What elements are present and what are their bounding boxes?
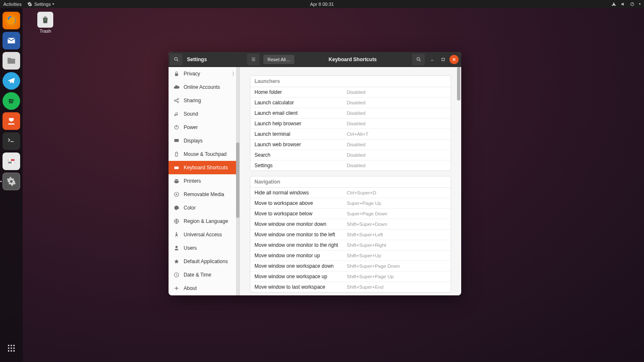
app-menu-button[interactable]: Settings ▾ xyxy=(27,2,54,7)
dock-terminal[interactable] xyxy=(3,132,20,150)
printer-icon xyxy=(174,178,179,184)
sidebar-item-privacy[interactable]: Privacy⟩ xyxy=(169,67,239,80)
dock-thunderbird[interactable] xyxy=(3,32,20,49)
sidebar-item-label: Displays xyxy=(184,138,203,144)
shortcut-row[interactable]: Launch help browserDisabled xyxy=(250,119,451,129)
shortcut-value: Disabled xyxy=(347,100,366,105)
sidebar-item-mouse-touchpad[interactable]: Mouse & Touchpad xyxy=(169,147,239,161)
chevron-down-icon[interactable]: ▾ xyxy=(639,2,641,6)
shortcut-label: Move window one monitor to the left xyxy=(254,232,347,238)
shortcut-value: Super+Page Up xyxy=(347,201,381,206)
trash-icon xyxy=(37,12,53,28)
clock-icon xyxy=(174,272,179,278)
sidebar-item-sound[interactable]: Sound xyxy=(169,107,239,121)
sidebar-item-universal-access[interactable]: Universal Access xyxy=(169,228,239,241)
shortcut-row[interactable]: Hide all normal windowsCtrl+Super+D xyxy=(250,188,451,198)
svg-point-12 xyxy=(8,347,10,349)
shortcut-row[interactable]: Home folderDisabled xyxy=(250,87,451,98)
sidebar-item-date-time[interactable]: Date & Time xyxy=(169,268,239,282)
dock-software[interactable] xyxy=(3,112,20,130)
shortcut-label: Move window one workspace down xyxy=(254,263,347,269)
sidebar-item-displays[interactable]: Displays xyxy=(169,134,239,147)
desktop-trash[interactable]: Trash xyxy=(33,12,58,34)
svg-point-19 xyxy=(417,57,420,60)
svg-rect-27 xyxy=(174,166,179,169)
music-icon xyxy=(174,111,179,117)
sidebar-scrollbar[interactable] xyxy=(236,67,239,295)
svg-point-11 xyxy=(13,345,15,346)
shortcut-row[interactable]: Move window one monitor to the leftShift… xyxy=(250,230,451,240)
sidebar-item-online-accounts[interactable]: Online Accounts xyxy=(169,80,239,94)
sidebar-scrollbar-thumb[interactable] xyxy=(236,142,239,218)
sidebar-item-about[interactable]: About xyxy=(169,282,239,295)
dock-spotify[interactable] xyxy=(3,92,20,110)
app-menu-label: Settings xyxy=(34,2,51,7)
shortcut-label: Launch web browser xyxy=(254,142,347,147)
sidebar-item-color[interactable]: Color xyxy=(169,201,239,215)
shortcut-row[interactable]: Move window one monitor downShift+Super+… xyxy=(250,219,451,230)
window-minimize-button[interactable] xyxy=(428,55,437,64)
shortcut-row[interactable]: Launch calculatorDisabled xyxy=(250,98,451,108)
trash-label: Trash xyxy=(39,28,51,34)
dock-show-apps[interactable] xyxy=(3,339,20,357)
reset-all-button[interactable]: Reset All… xyxy=(263,55,294,64)
power-icon xyxy=(174,124,179,130)
sidebar-search-button[interactable] xyxy=(170,54,182,65)
shortcut-row[interactable]: Move window to last workspaceShift+Super… xyxy=(250,282,451,292)
sidebar-item-label: Power xyxy=(184,124,198,130)
shortcut-row[interactable]: Move to workspace aboveSuper+Page Up xyxy=(250,198,451,209)
svg-point-17 xyxy=(13,350,15,352)
shortcut-row[interactable]: SettingsDisabled xyxy=(250,160,451,171)
window-maximize-button[interactable] xyxy=(439,55,448,64)
sidebar-item-label: Sound xyxy=(184,111,198,117)
shortcut-value: Disabled xyxy=(347,121,366,126)
activities-button[interactable]: Activities xyxy=(3,2,21,7)
sidebar-item-power[interactable]: Power xyxy=(169,121,239,134)
sidebar-item-region-language[interactable]: Region & Language xyxy=(169,215,239,228)
dock-tweaks[interactable] xyxy=(3,153,20,170)
power-icon[interactable] xyxy=(630,2,635,7)
dock-files[interactable] xyxy=(3,52,20,70)
svg-point-18 xyxy=(174,57,177,60)
sidebar-item-default-applications[interactable]: Default Applications xyxy=(169,255,239,268)
keyboard-icon xyxy=(174,165,179,171)
shortcut-row[interactable]: SearchDisabled xyxy=(250,150,451,160)
shortcut-row[interactable]: Launch terminalCtrl+Alt+T xyxy=(250,129,451,140)
svg-point-31 xyxy=(176,232,177,233)
dock-settings[interactable] xyxy=(3,173,20,190)
sidebar-item-printers[interactable]: Printers xyxy=(169,174,239,188)
shortcut-row[interactable]: Move window one monitor to the rightShif… xyxy=(250,240,451,251)
svg-point-15 xyxy=(8,350,10,352)
sidebar-item-sharing[interactable]: Sharing xyxy=(169,94,239,107)
svg-point-10 xyxy=(10,345,12,346)
sidebar-item-label: About xyxy=(184,285,197,291)
display-icon xyxy=(174,138,179,144)
shortcut-row[interactable]: Move to workspace belowSuper+Page Down xyxy=(250,209,451,219)
sidebar-item-users[interactable]: Users xyxy=(169,241,239,255)
sidebar-item-label: Removable Media xyxy=(184,191,224,197)
sidebar-item-keyboard-shortcuts[interactable]: Keyboard Shortcuts xyxy=(169,161,239,174)
dock-firefox[interactable] xyxy=(3,12,20,29)
shortcut-row[interactable]: Launch email clientDisabled xyxy=(250,108,451,119)
sidebar-item-removable-media[interactable]: Removable Media xyxy=(169,188,239,201)
shortcut-row[interactable]: Move window one workspace downShift+Supe… xyxy=(250,261,451,272)
svg-point-8 xyxy=(12,161,14,164)
content-search-button[interactable] xyxy=(412,54,425,65)
window-close-button[interactable] xyxy=(449,55,459,64)
dock-telegram[interactable] xyxy=(3,72,20,90)
content-scrollbar-thumb[interactable] xyxy=(457,67,460,101)
svg-point-21 xyxy=(174,100,176,101)
shortcut-label: Move window one monitor up xyxy=(254,253,347,259)
sidebar-item-label: Universal Access xyxy=(184,232,222,238)
hamburger-menu-button[interactable] xyxy=(247,54,260,65)
shortcuts-content: LaunchersHome folderDisabledLaunch calcu… xyxy=(240,67,461,295)
volume-icon[interactable] xyxy=(621,2,626,7)
shortcut-row[interactable]: Move window one workspace upShift+Super+… xyxy=(250,272,451,282)
shortcut-row[interactable]: Move window one monitor upShift+Super+Up xyxy=(250,251,451,261)
shortcut-row[interactable]: Launch web browserDisabled xyxy=(250,140,451,150)
network-icon[interactable] xyxy=(611,2,616,7)
share-icon xyxy=(174,98,179,103)
shortcut-label: Settings xyxy=(254,163,347,168)
clock[interactable]: Apr 8 00:31 xyxy=(310,2,334,7)
disc-icon xyxy=(174,191,179,197)
